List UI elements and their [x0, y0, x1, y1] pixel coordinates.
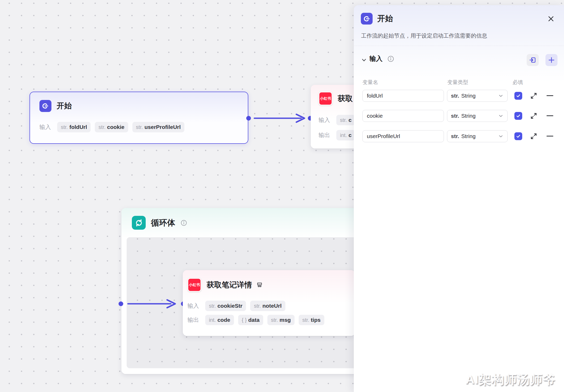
- panel-description: 工作流的起始节点，用于设定启动工作流需要的信息: [361, 32, 544, 39]
- input-chip: str.noteUrl: [250, 301, 285, 311]
- expand-icon[interactable]: [530, 112, 538, 120]
- node-title: 开始: [57, 101, 72, 111]
- variable-type-select[interactable]: str.String: [447, 90, 508, 102]
- output-row-label: 输出: [319, 131, 332, 139]
- remove-variable-icon[interactable]: [547, 115, 553, 116]
- info-icon[interactable]: [180, 219, 187, 226]
- output-chip: str.msg: [267, 315, 295, 325]
- start-node[interactable]: 开始 输入 str.foldUrl str.cookie str.userPro…: [30, 92, 248, 144]
- chevron-down-icon: [498, 113, 504, 119]
- output-chip: int.c: [336, 130, 355, 140]
- output-row-label: 输出: [187, 316, 201, 324]
- variable-type-select[interactable]: str.String: [447, 110, 508, 122]
- chevron-down-icon: [498, 93, 504, 99]
- output-chip: int.code: [205, 315, 234, 325]
- output-port[interactable]: [246, 116, 251, 121]
- xiaohongshu-icon: 小红书: [187, 278, 201, 292]
- workflow-canvas: 开始 输入 str.foldUrl str.cookie str.userPro…: [0, 0, 564, 392]
- loop-icon: [132, 216, 146, 230]
- close-icon[interactable]: [547, 15, 555, 23]
- column-variable-type: 变量类型: [447, 79, 468, 86]
- node-config-panel: 开始 工作流的起始节点，用于设定启动工作流需要的信息 输入: [354, 5, 564, 392]
- divider: [354, 46, 564, 46]
- input-chip: str.c: [336, 115, 355, 125]
- remove-variable-icon[interactable]: [547, 95, 553, 96]
- node-title: 获取: [338, 93, 353, 104]
- add-variable-button[interactable]: [545, 54, 557, 66]
- xiaohongshu-icon: 小红书: [319, 92, 332, 105]
- input-chip: str.userProfileUrl: [132, 122, 185, 132]
- input-chip: str.foldUrl: [57, 122, 91, 132]
- expand-icon[interactable]: [530, 132, 538, 140]
- expand-icon[interactable]: [530, 92, 538, 100]
- required-checkbox[interactable]: [514, 112, 522, 120]
- power-icon: [39, 100, 51, 112]
- watermark: AI架构师汤师爷: [466, 371, 556, 388]
- panel-title: 开始: [377, 13, 393, 24]
- required-checkbox[interactable]: [514, 92, 522, 100]
- input-row-label: 输入: [319, 116, 332, 124]
- input-chip: str.cookieStr: [205, 301, 246, 311]
- edge-start-to-fetch: [246, 114, 313, 123]
- power-icon: [361, 13, 373, 25]
- output-port[interactable]: [119, 301, 123, 306]
- variable-name-input[interactable]: [362, 130, 444, 142]
- plugin-store-icon: [256, 282, 263, 288]
- node-title: 循环体: [151, 217, 175, 228]
- remove-variable-icon[interactable]: [547, 136, 553, 136]
- edge-loop-to-detail: [119, 299, 186, 308]
- node-title: 获取笔记详情: [207, 280, 252, 290]
- chevron-down-icon: [498, 133, 504, 139]
- note-detail-node[interactable]: 小红书 获取笔记详情 输入 str.cookieStr str.noteUrl …: [183, 270, 355, 336]
- variable-type-select[interactable]: str.String: [447, 130, 508, 142]
- column-required: 必填: [513, 79, 523, 86]
- variable-name-input[interactable]: [362, 110, 444, 122]
- column-variable-name: 变量名: [362, 79, 378, 86]
- output-chip: str.tips: [299, 315, 324, 325]
- variable-row: str.String: [354, 130, 564, 142]
- chevron-down-icon[interactable]: [361, 57, 367, 63]
- section-label-input: 输入: [369, 54, 383, 63]
- variable-name-input[interactable]: [362, 90, 444, 102]
- input-row-label: 输入: [39, 123, 53, 131]
- import-variables-button[interactable]: [527, 54, 539, 66]
- info-icon[interactable]: [387, 55, 394, 62]
- output-chip: { }data: [238, 315, 263, 325]
- variable-row: str.String: [354, 90, 564, 102]
- variable-row: str.String: [354, 110, 564, 122]
- required-checkbox[interactable]: [514, 132, 522, 140]
- input-chip: str.cookie: [95, 122, 128, 132]
- input-row-label: 输入: [187, 302, 201, 310]
